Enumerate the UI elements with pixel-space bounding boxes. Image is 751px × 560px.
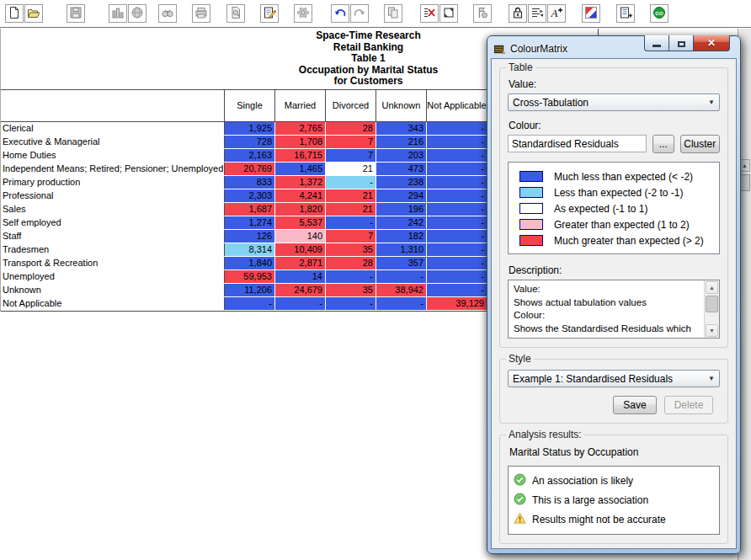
row-header[interactable]: Tradesmen — [1, 243, 225, 256]
data-cell[interactable]: - — [427, 284, 487, 296]
add-table-button[interactable] — [616, 4, 635, 23]
data-cell[interactable]: 2,163 — [225, 149, 275, 162]
data-cell[interactable]: 2,871 — [275, 257, 326, 269]
data-cell[interactable]: - — [275, 297, 326, 310]
data-cell[interactable]: 10,409 — [275, 243, 326, 256]
go-button[interactable]: GO — [650, 4, 668, 23]
column-header[interactable]: Married — [275, 90, 326, 121]
data-cell[interactable]: - — [427, 176, 487, 189]
data-cell[interactable]: - — [427, 230, 487, 243]
data-cell[interactable]: 7 — [326, 136, 376, 148]
data-cell[interactable]: 5,537 — [275, 216, 326, 229]
data-cell[interactable]: 343 — [376, 122, 427, 135]
data-cell[interactable]: 38,942 — [376, 284, 427, 296]
data-cell[interactable]: - — [326, 270, 376, 283]
column-header[interactable]: Divorced — [326, 90, 376, 121]
data-cell[interactable]: 11,206 — [225, 284, 275, 296]
data-cell[interactable]: - — [326, 216, 376, 229]
data-cell[interactable]: - — [225, 297, 275, 310]
data-cell[interactable]: 1,310 — [376, 243, 427, 256]
save-button[interactable]: Save — [613, 396, 657, 414]
data-cell[interactable]: 59,953 — [225, 270, 275, 283]
font-increase-button[interactable]: A — [547, 4, 566, 23]
row-header[interactable]: Executive & Managerial — [1, 136, 225, 148]
data-cell[interactable]: 216 — [376, 136, 427, 148]
data-cell[interactable]: 24,679 — [275, 284, 326, 296]
data-cell[interactable]: 7 — [326, 230, 376, 243]
column-header[interactable]: Single — [225, 90, 275, 121]
data-cell[interactable]: 2,303 — [225, 189, 275, 202]
style-combobox[interactable]: Example 1: Standardised Residuals ▼ — [508, 370, 720, 387]
data-cell[interactable]: - — [427, 270, 487, 283]
data-cell[interactable]: 242 — [376, 216, 427, 229]
data-cell[interactable]: - — [427, 257, 487, 269]
data-cell[interactable]: - — [427, 163, 487, 175]
data-cell[interactable]: 39,129 — [427, 297, 487, 310]
data-cell[interactable]: 1,840 — [225, 257, 275, 269]
data-cell[interactable]: - — [427, 122, 487, 135]
data-cell[interactable]: 4,241 — [275, 189, 326, 202]
value-combobox[interactable]: Cross-Tabulation ▼ — [508, 93, 720, 111]
data-cell[interactable]: 833 — [225, 176, 275, 189]
close-button[interactable]: ✕ — [693, 35, 730, 51]
row-header[interactable]: Clerical — [1, 122, 225, 135]
description-scrollbar[interactable]: ▲ ▼ — [704, 280, 719, 338]
data-cell[interactable]: 1,687 — [225, 203, 275, 216]
row-header[interactable]: Professional — [1, 189, 225, 202]
row-header[interactable]: Unemployed — [1, 270, 225, 283]
scrollbar-thumb[interactable] — [706, 296, 718, 312]
row-header[interactable]: Staff — [1, 230, 225, 243]
colour-input[interactable] — [508, 135, 647, 152]
data-cell[interactable]: 21 — [326, 203, 376, 216]
new-document-button[interactable] — [5, 4, 24, 23]
open-file-button[interactable] — [24, 4, 43, 23]
data-cell[interactable]: 238 — [376, 176, 427, 189]
data-cell[interactable]: - — [427, 189, 487, 202]
data-cell[interactable]: 1,465 — [275, 163, 326, 175]
row-header[interactable]: Unknown — [1, 284, 225, 296]
data-cell[interactable]: 35 — [326, 284, 376, 296]
browse-button[interactable]: ... — [652, 135, 674, 153]
data-cell[interactable]: 21 — [326, 163, 376, 175]
row-header[interactable]: Home Duties — [1, 149, 225, 162]
data-cell[interactable]: 1,708 — [275, 136, 326, 148]
field-order-button[interactable] — [528, 4, 546, 23]
data-cell[interactable]: 140 — [275, 230, 326, 243]
data-cell[interactable]: - — [427, 149, 487, 162]
minimize-button[interactable] — [644, 35, 669, 51]
data-cell[interactable]: - — [376, 270, 427, 283]
delete-cross-button[interactable] — [420, 4, 439, 23]
data-cell[interactable]: 196 — [376, 203, 427, 216]
data-cell[interactable]: - — [326, 297, 376, 310]
data-cell[interactable]: 1,820 — [275, 203, 326, 216]
undo-button[interactable] — [331, 4, 349, 23]
row-header[interactable]: Not Applicable — [1, 297, 225, 310]
data-cell[interactable]: 473 — [376, 163, 427, 175]
row-header[interactable]: Primary production — [1, 176, 225, 189]
colour-matrix-button[interactable] — [582, 4, 600, 23]
data-cell[interactable]: - — [427, 203, 487, 216]
data-cell[interactable]: 7 — [326, 149, 376, 162]
data-cell[interactable]: 294 — [376, 189, 427, 202]
scroll-down-icon[interactable]: ▼ — [706, 324, 718, 337]
data-cell[interactable]: - — [376, 297, 427, 310]
data-cell[interactable]: 20,769 — [225, 163, 275, 175]
row-header[interactable]: Transport & Recreation — [1, 257, 225, 269]
data-cell[interactable]: - — [326, 176, 376, 189]
data-cell[interactable]: 182 — [376, 230, 427, 243]
column-header[interactable]: Unknown — [376, 90, 427, 121]
data-cell[interactable]: 1,925 — [225, 122, 275, 135]
delete-button[interactable]: Delete — [664, 396, 713, 414]
data-cell[interactable]: 203 — [376, 149, 427, 162]
edit-annotations-button[interactable] — [260, 4, 279, 23]
row-header[interactable]: Self employed — [1, 216, 225, 229]
reshape-button[interactable] — [439, 4, 458, 23]
data-cell[interactable]: 16,715 — [275, 149, 326, 162]
data-cell[interactable]: 28 — [326, 257, 376, 269]
data-cell[interactable]: - — [427, 243, 487, 256]
column-header[interactable]: Not Applicable — [427, 90, 487, 121]
scroll-up-icon[interactable]: ▲ — [706, 281, 718, 294]
row-header[interactable]: Independent Means; Retired; Pensioner; U… — [1, 163, 225, 175]
row-header[interactable]: Sales — [1, 203, 225, 216]
cluster-button[interactable]: Cluster — [680, 135, 720, 153]
